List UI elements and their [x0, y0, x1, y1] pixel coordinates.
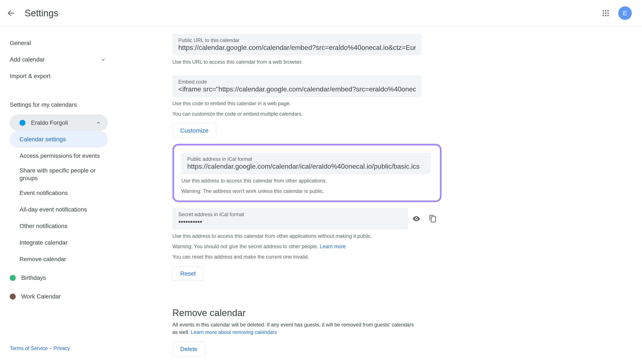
public-ical-help-1: Use this address to access this calendar… [181, 177, 433, 184]
app-bar-right: E [602, 6, 632, 20]
field-value: <iframe src="https://calendar.google.com… [178, 85, 416, 93]
field-label: Embed code [178, 79, 416, 85]
privacy-link[interactable]: Privacy [53, 345, 70, 351]
sidebar-item-access-permissions[interactable]: Access permissions for events [10, 148, 108, 164]
sidebar-item-add-calendar[interactable]: Add calendar [10, 51, 113, 68]
field-value: •••••••••• [178, 218, 402, 226]
svg-point-5 [607, 12, 609, 14]
embed-code-help-1: Use this code to embed this calendar in … [172, 100, 633, 107]
field-label: Public URL to this calendar [178, 37, 416, 43]
secret-ical-help-2: You can reset this address and make the … [172, 253, 633, 261]
sidebar-my-calendar-group: Eraldo Forgoli Calendar settings Access … [10, 114, 113, 268]
sidebar-calendar-parent[interactable]: Eraldo Forgoli [10, 114, 108, 131]
sidebar-item-label: Event notifications [20, 189, 68, 197]
svg-point-4 [605, 12, 606, 14]
page-title: Settings [25, 8, 58, 18]
avatar[interactable]: E [618, 6, 632, 20]
sidebar-item-integrate-calendar[interactable]: Integrate calendar [10, 234, 108, 251]
sidebar-item-remove-calendar[interactable]: Remove calendar [10, 251, 108, 268]
sidebar-item-share-people[interactable]: Share with specific people or groups [10, 164, 108, 185]
svg-point-7 [605, 15, 606, 16]
svg-point-2 [607, 10, 609, 11]
apps-icon[interactable] [602, 9, 610, 17]
sidebar-section-heading: Settings for my calendars [10, 102, 113, 108]
secret-ical-row: Secret address in iCal format •••••••••• [172, 208, 633, 230]
sidebar: General Add calendar Import & export Set… [0, 26, 119, 364]
sidebar-item-general[interactable]: General [10, 35, 113, 51]
sidebar-calendar-label: Work Calendar [21, 293, 61, 300]
remove-calendar-title: Remove calendar [172, 308, 633, 318]
field-label: Secret address in iCal format [178, 212, 402, 218]
secret-ical-help-1: Use this address to access this calendar… [172, 232, 633, 240]
sidebar-calendar-name: Eraldo Forgoli [31, 120, 68, 126]
chevron-down-icon [100, 57, 106, 62]
copy-icon [429, 215, 437, 223]
field-value: https://calendar.google.com/calendar/ica… [187, 162, 425, 170]
sidebar-item-event-notifications[interactable]: Event notifications [10, 185, 108, 201]
sidebar-item-label: Import & export [10, 73, 50, 80]
calendar-dot-icon [20, 120, 26, 126]
app-bar-left: Settings [6, 8, 58, 18]
warning-text: Warning: You should not give the secret … [172, 244, 320, 249]
app-bar: Settings E [0, 0, 642, 26]
sidebar-calendar-birthdays[interactable]: Birthdays [10, 270, 113, 286]
field-value: https://calendar.google.com/calendar/emb… [178, 44, 416, 52]
footer-separator: – [49, 345, 52, 351]
secret-ical-field[interactable]: Secret address in iCal format •••••••••• [172, 208, 408, 230]
customize-button[interactable]: Customize [172, 124, 216, 138]
sidebar-item-label: Add calendar [10, 56, 45, 63]
svg-point-8 [607, 15, 609, 16]
sidebar-calendar-label: Birthdays [21, 274, 46, 281]
sidebar-item-label: Remove calendar [20, 256, 66, 263]
sidebar-item-other-notifications[interactable]: Other notifications [10, 218, 108, 234]
calendar-dot-icon [10, 294, 16, 300]
public-ical-field[interactable]: Public address in iCal format https://ca… [181, 153, 431, 174]
public-url-field[interactable]: Public URL to this calendar https://cale… [172, 34, 422, 55]
sidebar-item-label: General [10, 40, 31, 46]
svg-point-6 [603, 15, 604, 16]
sidebar-calendar-work[interactable]: Work Calendar [10, 288, 113, 305]
learn-more-removing-link[interactable]: Learn more about removing calendars [191, 329, 277, 335]
svg-point-1 [605, 10, 606, 11]
delete-button[interactable]: Delete [172, 342, 205, 356]
remove-calendar-description: All events in this calendar will be dele… [172, 321, 414, 336]
sidebar-item-label: Other notifications [20, 222, 68, 230]
back-icon[interactable] [6, 8, 16, 18]
sidebar-item-calendar-settings[interactable]: Calendar settings [10, 131, 108, 148]
main-content: Public URL to this calendar https://cale… [119, 26, 642, 364]
sidebar-item-label: Share with specific people or groups [20, 167, 104, 182]
embed-code-help-2: You can customize the code or embed mult… [172, 110, 633, 118]
learn-more-link[interactable]: Learn more [320, 244, 346, 249]
sidebar-item-import-export[interactable]: Import & export [10, 68, 113, 84]
calendar-dot-icon [10, 275, 16, 281]
reset-button[interactable]: Reset [172, 266, 204, 281]
sidebar-top-group: General Add calendar Import & export [10, 35, 113, 84]
svg-point-0 [603, 10, 604, 11]
svg-point-3 [603, 12, 604, 14]
sidebar-item-label: Access permissions for events [20, 152, 100, 160]
embed-code-field[interactable]: Embed code <iframe src="https://calendar… [172, 76, 422, 97]
reveal-secret-button[interactable] [408, 210, 425, 227]
secret-ical-warning: Warning: You should not give the secret … [172, 243, 633, 250]
field-label: Public address in iCal format [187, 156, 425, 162]
chevron-up-icon [96, 120, 102, 126]
eye-icon [412, 214, 421, 223]
sidebar-item-label: Calendar settings [20, 136, 66, 143]
sidebar-item-allday-notifications[interactable]: All-day event notifications [10, 201, 108, 218]
public-ical-highlight: Public address in iCal format https://ca… [172, 144, 442, 202]
terms-link[interactable]: Terms of Service [10, 345, 48, 351]
sidebar-footer: Terms of Service – Privacy [10, 345, 113, 358]
public-url-help: Use this URL to access this calendar fro… [172, 58, 633, 66]
copy-secret-button[interactable] [425, 210, 441, 227]
public-ical-help-2: Warning: The address won't work unless t… [181, 188, 433, 195]
sidebar-item-label: All-day event notifications [20, 206, 87, 214]
sidebar-item-label: Integrate calendar [20, 239, 68, 246]
